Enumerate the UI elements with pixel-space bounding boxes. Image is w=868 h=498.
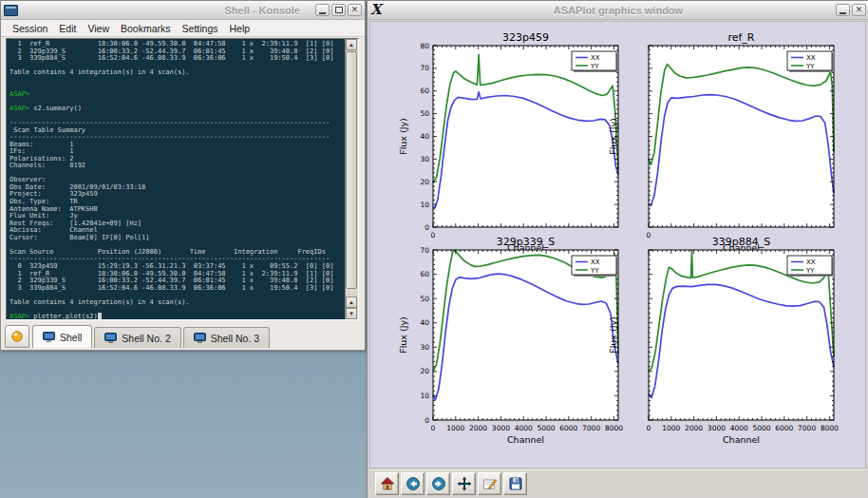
shell-icon bbox=[104, 333, 117, 343]
scroll-down-icon[interactable]: ▼ bbox=[346, 308, 357, 319]
svg-text:6000: 6000 bbox=[775, 424, 793, 432]
svg-text:3000: 3000 bbox=[708, 424, 726, 432]
menu-session[interactable]: Session bbox=[7, 22, 53, 35]
svg-text:YY: YY bbox=[590, 63, 599, 70]
svg-text:4000: 4000 bbox=[730, 424, 748, 432]
svg-text:YY: YY bbox=[805, 63, 815, 70]
menu-view[interactable]: View bbox=[82, 22, 115, 35]
svg-text:Flux (Jy): Flux (Jy) bbox=[608, 118, 618, 155]
back-button[interactable] bbox=[401, 472, 425, 495]
konsole-window: Shell - Konsole ✕ SessionEditViewBookmar… bbox=[0, 0, 366, 351]
customize-button[interactable] bbox=[478, 472, 501, 495]
svg-text:8000: 8000 bbox=[821, 424, 839, 432]
svg-text:50: 50 bbox=[420, 109, 429, 118]
menu-bar: SessionEditViewBookmarksSettingsHelp bbox=[1, 20, 365, 37]
menu-bookmarks[interactable]: Bookmarks bbox=[115, 22, 177, 35]
plot-toolbar bbox=[369, 469, 866, 496]
minimize-button[interactable] bbox=[315, 4, 330, 16]
svg-text:5000: 5000 bbox=[537, 424, 555, 432]
forward-button[interactable] bbox=[426, 472, 450, 495]
svg-text:40: 40 bbox=[420, 318, 429, 327]
svg-text:0: 0 bbox=[425, 416, 429, 425]
asaplot-window: X ASAPlot graphics window ✕ 001020304050… bbox=[367, 0, 868, 498]
svg-text:4000: 4000 bbox=[515, 424, 533, 432]
svg-text:7000: 7000 bbox=[582, 424, 600, 432]
new-session-icon bbox=[10, 330, 24, 343]
svg-text:Channel: Channel bbox=[507, 434, 544, 445]
svg-text:ref_R: ref_R bbox=[727, 31, 754, 44]
svg-text:339p884_S: 339p884_S bbox=[712, 236, 770, 248]
shell-icon bbox=[43, 332, 55, 342]
save-floppy-icon bbox=[508, 476, 523, 491]
terminal-output[interactable]: 1 ref_R 18:30:06.0 -49.59.30.0 04:47:58 … bbox=[7, 39, 345, 319]
svg-text:2000: 2000 bbox=[685, 424, 703, 432]
terminal-frame: 1 ref_R 18:30:06.0 -49.59.30.0 04:47:58 … bbox=[6, 38, 359, 320]
svg-text:XX: XX bbox=[591, 259, 600, 266]
tab-shell[interactable]: Shell bbox=[32, 325, 92, 348]
svg-text:70: 70 bbox=[420, 246, 429, 255]
svg-text:30: 30 bbox=[420, 155, 429, 163]
svg-text:20: 20 bbox=[420, 178, 429, 186]
minimize-button[interactable] bbox=[836, 4, 850, 16]
svg-text:1000: 1000 bbox=[662, 424, 680, 432]
svg-text:10: 10 bbox=[420, 392, 429, 400]
svg-text:70: 70 bbox=[420, 64, 429, 72]
svg-text:XX: XX bbox=[806, 54, 816, 62]
konsole-app-icon bbox=[4, 5, 18, 16]
pan-button[interactable] bbox=[452, 472, 476, 495]
svg-text:50: 50 bbox=[420, 295, 429, 303]
close-button[interactable]: ✕ bbox=[348, 4, 362, 16]
terminal-scrollbar[interactable]: ▲ ▲ ▼ bbox=[345, 39, 358, 319]
konsole-window-title: Shell - Konsole bbox=[225, 5, 300, 16]
save-button[interactable] bbox=[503, 472, 527, 495]
svg-text:5000: 5000 bbox=[752, 424, 770, 432]
svg-text:60: 60 bbox=[420, 270, 429, 278]
asaplot-titlebar[interactable]: X ASAPlot graphics window ✕ bbox=[368, 1, 868, 20]
tab-shell-no-3[interactable]: Shell No. 3 bbox=[183, 327, 270, 348]
svg-text:Flux (Jy): Flux (Jy) bbox=[398, 118, 408, 155]
svg-text:0: 0 bbox=[647, 424, 651, 432]
new-session-button[interactable] bbox=[5, 325, 29, 348]
tab-bar: ShellShell No. 2Shell No. 3 bbox=[1, 324, 365, 348]
legend: XXYY bbox=[787, 51, 834, 72]
shell-icon bbox=[194, 333, 206, 343]
menu-edit[interactable]: Edit bbox=[53, 22, 82, 35]
chart-339p884-S[interactable]: 010002000300040005000600070008000339p884… bbox=[612, 234, 844, 476]
svg-text:0: 0 bbox=[425, 223, 429, 232]
close-button[interactable]: ✕ bbox=[852, 4, 866, 16]
home-icon bbox=[380, 476, 395, 491]
maximize-button[interactable] bbox=[331, 4, 346, 16]
pan-move-icon bbox=[457, 476, 472, 491]
svg-text:329p339_S: 329p339_S bbox=[497, 236, 555, 248]
svg-text:20: 20 bbox=[420, 367, 429, 375]
svg-text:2000: 2000 bbox=[469, 424, 487, 432]
svg-text:XX: XX bbox=[806, 259, 816, 266]
back-arrow-icon bbox=[406, 476, 421, 491]
svg-text:1000: 1000 bbox=[446, 424, 464, 432]
scrollbar-thumb[interactable] bbox=[346, 51, 357, 289]
svg-text:80: 80 bbox=[420, 42, 429, 50]
svg-text:Flux (Jy): Flux (Jy) bbox=[398, 316, 408, 354]
svg-text:3000: 3000 bbox=[492, 424, 510, 432]
konsole-titlebar[interactable]: Shell - Konsole ✕ bbox=[1, 1, 365, 20]
svg-text:60: 60 bbox=[420, 86, 429, 95]
chart-329p339-S[interactable]: 0100020003000400050006000700080000102030… bbox=[396, 234, 629, 476]
svg-text:40: 40 bbox=[420, 132, 429, 141]
svg-text:323p459: 323p459 bbox=[502, 31, 549, 44]
svg-text:Flux (Jy): Flux (Jy) bbox=[608, 316, 618, 354]
menu-help[interactable]: Help bbox=[224, 22, 256, 35]
legend: XXYY bbox=[787, 256, 834, 277]
svg-text:0: 0 bbox=[431, 424, 436, 432]
scroll-up2-icon[interactable]: ▲ bbox=[346, 297, 357, 308]
menu-settings[interactable]: Settings bbox=[177, 22, 224, 35]
customize-icon bbox=[482, 476, 498, 491]
tab-shell-no-2[interactable]: Shell No. 2 bbox=[94, 327, 180, 348]
svg-text:Channel: Channel bbox=[723, 434, 760, 445]
svg-text:10: 10 bbox=[420, 201, 429, 209]
home-button[interactable] bbox=[375, 472, 399, 495]
desktop: { "desktop": {"bg_top": "#6f94aa", "bg_b… bbox=[0, 0, 868, 498]
svg-text:XX: XX bbox=[591, 54, 600, 62]
svg-text:YY: YY bbox=[805, 267, 815, 275]
scroll-up-icon[interactable]: ▲ bbox=[346, 39, 357, 50]
asaplot-window-title: ASAPlot graphics window bbox=[368, 5, 868, 16]
